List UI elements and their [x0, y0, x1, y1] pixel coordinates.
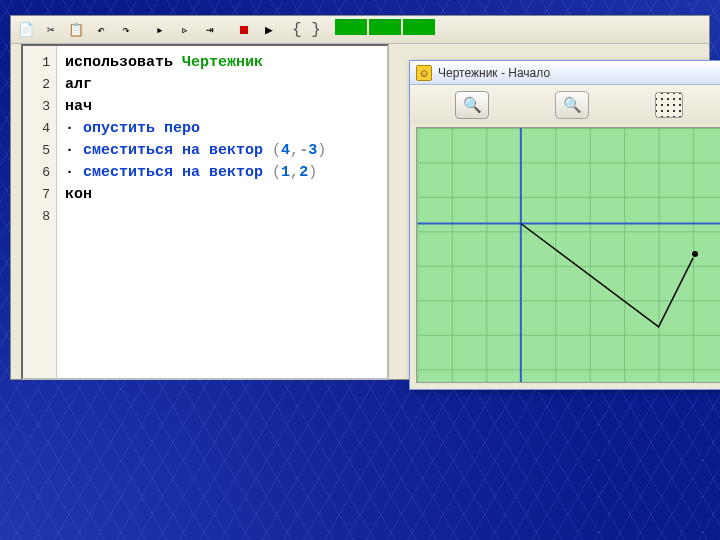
new-file-icon[interactable]: 📄 [15, 19, 37, 41]
copy-icon[interactable]: 📋 [65, 19, 87, 41]
svg-rect-1 [417, 128, 720, 382]
code-area[interactable]: использовать Чертежник алг нач · опустит… [57, 46, 387, 378]
pen-tip [692, 251, 698, 257]
status-bars [333, 19, 435, 40]
code-editor[interactable]: 1 2 3 4 5 6 7 8 использовать Чертежник а… [21, 44, 389, 380]
zoom-in-button[interactable]: 🔍 [455, 91, 489, 119]
grid-toggle-button[interactable] [655, 92, 683, 118]
stop-icon[interactable] [233, 19, 255, 41]
drawer-toolbar: 🔍 🔍 [410, 85, 720, 125]
line-gutter: 1 2 3 4 5 6 7 8 [23, 46, 57, 378]
step-into-icon[interactable]: ▹ [174, 19, 196, 41]
ide-window: 📄 ✂ 📋 ↶ ↷ ▸ ▹ ⇥ ▶ { } 1 2 3 4 5 6 7 8 ис… [10, 15, 710, 380]
main-toolbar: 📄 ✂ 📋 ↶ ↷ ▸ ▹ ⇥ ▶ { } [11, 16, 709, 44]
app-icon: ☺ [416, 65, 432, 81]
drawer-title: Чертежник - Начало [438, 66, 550, 80]
step-icon[interactable]: ▸ [149, 19, 171, 41]
run-icon[interactable]: ▶ [258, 19, 280, 41]
step-over-icon[interactable]: ⇥ [199, 19, 221, 41]
drawing-canvas[interactable] [416, 127, 720, 383]
drawer-titlebar[interactable]: ☺ Чертежник - Начало [410, 61, 720, 85]
redo-icon[interactable]: ↷ [115, 19, 137, 41]
zoom-out-button[interactable]: 🔍 [555, 91, 589, 119]
cut-icon[interactable]: ✂ [40, 19, 62, 41]
undo-icon[interactable]: ↶ [90, 19, 112, 41]
drawer-window: ☺ Чертежник - Начало 🔍 🔍 [409, 60, 720, 390]
grid-svg [417, 128, 720, 382]
